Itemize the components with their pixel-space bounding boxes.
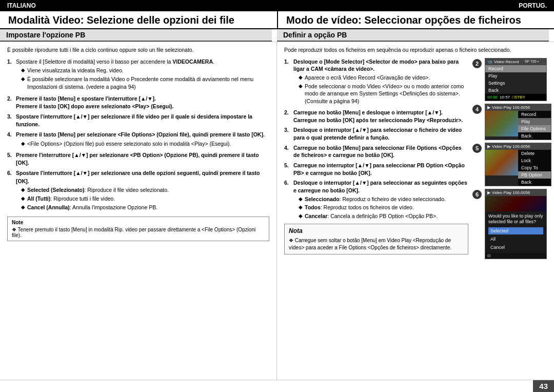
section-header-row: Impostare l'opzione PB Definir a opção P… [0,29,554,42]
s5-copyto[interactable]: Copy To [518,164,551,171]
right-step-num-6: 6. [284,179,291,221]
screen-2-title: Video Record [494,60,519,64]
left-step-2: 2. Premere il tasto [Menu] e spostare l'… [7,95,269,110]
dialog-opt-selected[interactable]: Selected [488,227,543,234]
step-1-main: Spostare il [Selettore di modalità] vers… [16,58,214,65]
screen-block-2: 2 📹 Video Record SF 720 ▪ ⬛ Record Play … [472,58,547,101]
camera-icon: 📹 [487,60,492,64]
note-box-left: Note ❖ Tenere premuto il tasto [Menu] in… [7,217,269,241]
left-step-4: 4. Premere il tasto [Menu] per seleziona… [7,131,269,148]
right-step-2: 2. Carregue no botão [Menu] e desloque o… [284,109,468,124]
s5-delete[interactable]: Delete [518,150,551,157]
screen-5-thumb [485,150,518,175]
step-num-3: 3. [7,113,13,121]
step-num-4: 4. [7,131,13,139]
right-step-num-2: 2. [284,109,291,124]
main-title-row: Modalità Video: Selezione delle opzioni … [0,11,554,29]
note-text-left: ❖ Tenere premuto il tasto [Menu] in moda… [12,227,265,238]
note-title-left: Note [12,220,265,225]
screen-block-6: 6 ▶ Video Play 100-0056 ◾ ⬛ [472,189,547,259]
right-text-col: 1. Desloque o [Mode Selector] <Selector … [284,58,468,262]
screen-num-4: 4 [472,105,482,114]
step-1-bullets: ◆Viene visualizzata la videata Reg. vide… [21,67,269,91]
step-5-content: Premere l'interruttore [▲/▼] per selezio… [16,151,269,167]
right-screens-col: 2 📹 Video Record SF 720 ▪ ⬛ Record Play … [472,58,547,262]
left-steps: 1. Spostare il [Selettore di modalità] v… [7,58,269,213]
right-step-5: 5. Carregue no interruptor [▲/▼] para se… [284,162,468,177]
left-step-3: 3. Spostare l'interruttore [▲/▼] per sel… [7,113,269,128]
page-number: 43 [533,380,554,392]
right-step-3-content: Desloque o interruptor [▲/▼] para selecc… [293,126,468,141]
step-2-content: Premere il tasto [Menu] e spostare l'int… [16,95,269,110]
main-title-left: Modalità Video: Selezione delle opzioni … [0,11,277,28]
right-step-5-content: Carregue no interruptor [▲/▼] para selec… [293,162,468,177]
screen-2-item-record[interactable]: Record [485,65,546,72]
lang-header: ITALIANO PORTUG. [0,0,554,11]
right-step-num-4: 4. [284,144,291,159]
screen-num-2: 2 [472,59,482,68]
s5-pboption[interactable]: PB Option [518,171,551,179]
right-step-num-3: 3. [284,126,291,141]
screen-4-title: Video Play 100-0056 [492,105,530,110]
screen-2-item-play[interactable]: Play [485,72,546,80]
step-num-6: 6. [7,169,13,177]
nota-text: ❖ Carregue sem soltar o botão [Menu] em … [289,237,464,251]
left-step-6: 6. Spostare l'interruttore [▲/▼] per sel… [7,169,269,212]
right-step-1: 1. Desloque o [Mode Selector] <Selector … [284,58,468,106]
right-step-1-content: Desloque o [Mode Selector] <Selector de … [293,58,468,106]
screen-6-title: Video Play 100-0056 [492,190,530,195]
screen-4-menu: Record Play File Options Back [518,111,551,140]
section-header-left: Impostare l'opzione PB [0,29,272,42]
s4-record[interactable]: Record [518,111,551,118]
screen-5-title: Video Play 100-0056 [492,144,530,149]
step-1-content: Spostare il [Selettore di modalità] vers… [16,58,269,92]
screen-2: 📹 Video Record SF 720 ▪ ⬛ Record Play Se… [485,58,547,101]
play-icon-4: ▶ [487,105,490,110]
screen-6-header: ▶ Video Play 100-0056 ◾ ⬛ [485,189,546,196]
right-step-2-content: Carregue no botão [Menu] e desloque o in… [293,109,463,124]
screen-2-item-back[interactable]: Back [485,87,546,94]
screen-6: ▶ Video Play 100-0056 ◾ ⬛ Would you like… [485,189,547,259]
step-num-1: 1. [7,58,13,66]
play-icon-5: ▶ [487,144,490,149]
screen-num-5: 5 [472,144,482,153]
screen-block-5: 5 ▶ Video Play 100-0056 ◾ ⬛ Delete [472,143,547,186]
right-section-content: 1. Desloque o [Mode Selector] <Selector … [284,58,547,262]
dialog-opt-cancel[interactable]: Cancel [488,244,543,251]
screen-5-menu: Delete Lock Copy To PB Option Back [518,150,551,186]
main-title-right: Modo de vídeo: Seleccionar opções de fic… [277,11,554,28]
play-icon-6: ▶ [487,190,490,195]
dialog-options: Selected All Cancel [488,227,543,251]
screen-4-header: ▶ Video Play 100-0056 ◾ ⬛ [485,104,551,111]
screen-num-6: 6 [472,190,482,199]
dialog-opt-all[interactable]: All [488,236,543,243]
step-4-content: Premere il tasto [Menu] per selezionare … [16,131,269,148]
s4-play[interactable]: Play [518,118,551,125]
s4-back[interactable]: Back [518,132,551,140]
screen-5: ▶ Video Play 100-0056 ◾ ⬛ Delete Lock Co… [485,143,551,186]
footer: 43 [0,380,554,392]
left-intro: È possibile riprodurre tutti i file a ci… [7,46,269,54]
nota-box: Nota ❖ Carregue sem soltar o botão [Menu… [284,224,468,254]
page: ITALIANO PORTUG. Modalità Video: Selezio… [0,0,554,392]
right-column: Pode reproduzir todos os ficheiros em se… [277,42,554,380]
right-step-6-content: Desloque o interruptor [▲/▼] para selecc… [293,179,468,221]
s5-back[interactable]: Back [518,179,551,186]
screen-2-header: 📹 Video Record SF 720 ▪ ⬛ [485,58,546,65]
right-step-4: 4. Carregue no botão [Menu] para selecci… [284,144,468,159]
s4-fileoptions[interactable]: File Options [518,125,551,132]
screen-5-header: ▶ Video Play 100-0056 ◾ ⬛ [485,143,551,150]
content-row: È possibile riprodurre tutti i file a ci… [0,42,554,380]
s5-lock[interactable]: Lock [518,157,551,164]
right-step-num-5: 5. [284,162,291,177]
step-3-content: Spostare l'interruttore [▲/▼] per selezi… [16,113,269,128]
dialog-text: Would you like to play only selected fil… [488,213,543,225]
right-intro: Pode reproduzir todos os ficheiros em se… [284,46,547,54]
screen-2-item-settings[interactable]: Settings [485,80,546,87]
right-step-4-content: Carregue no botão [Menu] para selecciona… [293,144,468,159]
step-num-5: 5. [7,151,13,159]
section-header-right: Definir a opção PB [277,29,549,42]
step-num-2: 2. [7,95,13,103]
step-6-content: Spostare l'interruttore [▲/▼] per selezi… [16,169,269,212]
left-column: È possibile riprodurre tutti i file a ci… [0,42,277,380]
